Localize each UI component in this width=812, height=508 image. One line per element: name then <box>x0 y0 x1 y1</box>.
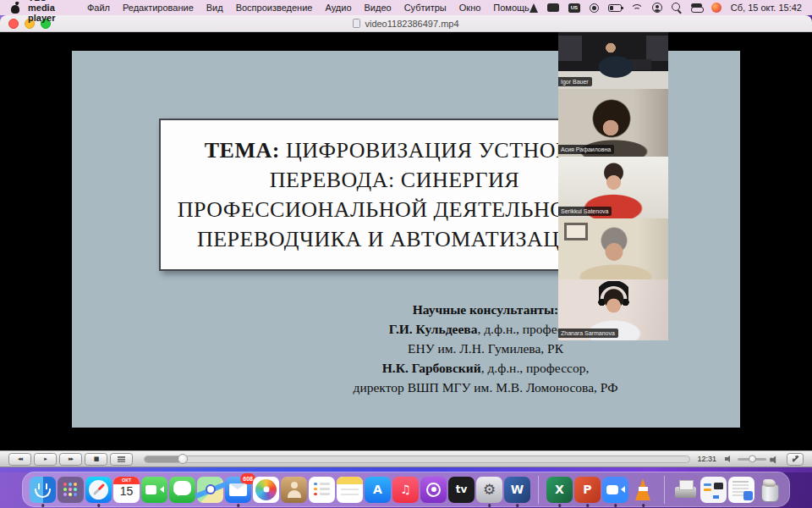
dock-item-printer[interactable] <box>672 477 699 503</box>
dock-item-settings[interactable]: ⚙ <box>476 477 502 503</box>
player-forward-button[interactable]: ▸▸ <box>59 453 82 466</box>
menu-item-edit[interactable]: Редактирование <box>123 3 194 13</box>
running-indicator <box>642 504 645 507</box>
siri-icon[interactable] <box>711 3 721 13</box>
display-icon[interactable] <box>547 3 559 12</box>
dock-item-control-panel[interactable] <box>700 477 727 503</box>
search-icon[interactable] <box>672 3 682 13</box>
dock-item-mail[interactable]: 608 <box>225 477 251 503</box>
volume-slider[interactable] <box>738 458 766 461</box>
menu-item-video[interactable]: Видео <box>365 3 392 13</box>
app-glyph: tv <box>448 477 475 503</box>
player-play-button[interactable]: ▸ <box>34 453 57 466</box>
volume-loud-icon[interactable] <box>770 455 780 463</box>
dock-item-reminders[interactable] <box>309 477 335 503</box>
running-indicator <box>558 504 562 507</box>
vlc-cone-icon[interactable] <box>529 3 538 13</box>
app-glyph: P <box>574 477 601 503</box>
slide-title-bold: ТЕМА: <box>205 138 280 163</box>
progress-knob[interactable] <box>178 454 188 464</box>
window-title: video1182386497.mp4 <box>365 19 458 29</box>
participant-tile: Zhanara Sarmanova <box>558 279 668 340</box>
volume-knob[interactable] <box>749 456 756 463</box>
battery-icon[interactable] <box>608 4 622 12</box>
running-indicator <box>41 504 45 507</box>
dock-item-music[interactable]: ♫ <box>392 477 419 503</box>
participant-tile <box>558 218 668 279</box>
window-titlebar: video1182386497.mp4 <box>0 15 812 32</box>
dock: ОКТ15608A♫tv⚙WXP <box>22 472 790 507</box>
menu-item-subtitles[interactable]: Субтитры <box>404 3 447 13</box>
dock-item-launchpad[interactable] <box>58 477 84 503</box>
dock-item-messages[interactable] <box>169 477 195 503</box>
menu-item-playback[interactable]: Воспроизведение <box>236 3 313 13</box>
app-glyph: A <box>365 477 391 503</box>
consultants-bold-text: Научные консультанты: <box>413 302 558 317</box>
active-app-name[interactable]: VLC media player <box>28 0 74 23</box>
user-icon[interactable] <box>652 3 662 13</box>
app-glyph: ♫ <box>392 477 419 503</box>
consultants-text: , д.ф.н., профессор, <box>481 361 590 375</box>
volume-quiet-icon[interactable] <box>725 456 733 463</box>
menu-item-view[interactable]: Вид <box>206 3 223 13</box>
window-title-wrap: video1182386497.mp4 <box>0 19 812 29</box>
fullscreen-button[interactable] <box>787 453 804 466</box>
menubar-clock[interactable]: Сб, 15 окт. 15:42 <box>731 3 802 13</box>
dock-item-trash[interactable] <box>756 477 782 503</box>
keyboard-icon[interactable]: US <box>568 3 580 13</box>
menu-item-help[interactable]: Помощь <box>493 3 529 13</box>
menu-item-file[interactable]: Файл <box>87 3 110 13</box>
participant-tile: Serikkul Satenova <box>558 157 668 218</box>
dock-item-appstore[interactable]: A <box>365 477 391 503</box>
dock-item-finder[interactable] <box>30 477 56 503</box>
dock-item-excel[interactable]: X <box>546 477 573 503</box>
menu-item-window[interactable]: Окно <box>459 3 481 13</box>
close-button[interactable] <box>8 19 19 29</box>
dock-item-calendar[interactable]: ОКТ15 <box>113 477 140 503</box>
apple-menu-icon[interactable] <box>10 3 16 14</box>
menubar-status: US <box>529 3 721 13</box>
dock-item-powerpoint[interactable]: P <box>574 477 601 503</box>
dock-item-zoom[interactable] <box>602 477 628 503</box>
menu-item-audio[interactable]: Аудио <box>325 3 351 13</box>
wifi-icon[interactable] <box>631 3 643 12</box>
player-stop-button[interactable]: ■ <box>85 453 107 466</box>
player-rewind-button[interactable]: ◂◂ <box>8 453 31 466</box>
dock-item-photos[interactable] <box>253 477 279 503</box>
consultants-line: ЕНУ им. Л.Н. Гумилева, РК <box>324 339 647 358</box>
dock-item-maps[interactable] <box>197 477 223 503</box>
slide-title: ТЕМА: ЦИФРОВИЗАЦИЯ УСТНОГО ПЕРЕВОДА: СИН… <box>174 135 615 254</box>
consultants-bold-text: Г.И. Кульдеева <box>389 322 478 336</box>
dock-item-podcasts[interactable] <box>420 477 447 503</box>
consultants-line: директор ВШП МГУ им. М.В. Ломоносова, РФ <box>324 378 647 397</box>
progress-bar[interactable] <box>144 456 690 463</box>
dock-item-word[interactable]: W <box>504 477 530 503</box>
app-glyph: X <box>546 477 573 503</box>
consultants-text: директор ВШП МГУ им. М.В. Ломоносова, РФ <box>354 380 618 395</box>
app-glyph: ⚙ <box>476 477 502 503</box>
consultants-text: ЕНУ им. Л.Н. Гумилева, РК <box>408 341 563 356</box>
player-playlist-button[interactable] <box>110 453 133 466</box>
dock-item-vlc[interactable] <box>630 477 656 503</box>
dock-item-text-document[interactable] <box>728 477 754 503</box>
running-indicator <box>97 504 101 507</box>
dock-item-facetime[interactable] <box>141 477 167 503</box>
dock-item-safari[interactable] <box>85 477 112 503</box>
running-indicator <box>614 504 617 507</box>
running-indicator <box>586 504 590 507</box>
participant-name-label: Асия Рафаиловна <box>558 145 614 154</box>
consultants-bold-text: Н.К. Гарбовский <box>382 361 481 375</box>
dock-item-contacts[interactable] <box>281 477 307 503</box>
dock-item-tv[interactable]: tv <box>448 477 475 503</box>
fullscreen-icon <box>792 456 798 461</box>
dock-item-notes[interactable] <box>337 477 363 503</box>
dock-separator <box>538 476 539 504</box>
document-icon <box>353 19 360 28</box>
record-icon[interactable] <box>590 3 599 13</box>
transport-buttons: ◂◂▸▸▸■ <box>8 453 135 466</box>
calendar-month-label: ОКТ <box>113 478 140 483</box>
control-center-icon[interactable] <box>691 3 702 13</box>
participant-tile: Асия Рафаиловна <box>558 89 668 157</box>
app-glyph: W <box>504 477 530 503</box>
running-indicator <box>516 504 519 507</box>
